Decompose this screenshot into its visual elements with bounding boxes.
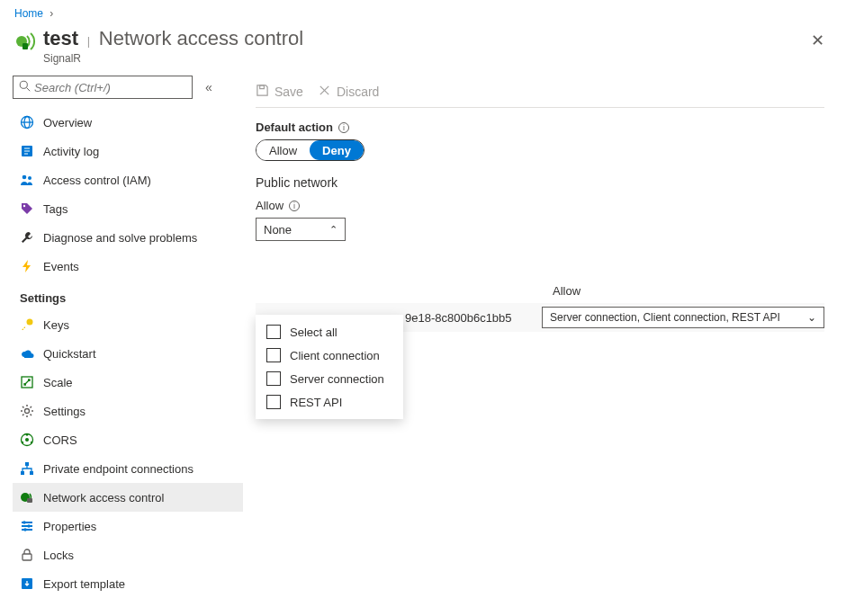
- nav-label: Export template: [43, 577, 125, 591]
- gear-icon: [20, 404, 34, 418]
- dropdown-option-client-connection[interactable]: Client connection: [256, 344, 403, 367]
- svg-point-30: [22, 521, 26, 524]
- toolbar: Save Discard: [256, 76, 824, 108]
- people-icon: [20, 173, 34, 187]
- nav-item-access-control-iam-[interactable]: Access control (IAM): [13, 165, 243, 194]
- info-icon[interactable]: i: [338, 122, 349, 133]
- default-action-toggle[interactable]: Allow Deny: [256, 139, 364, 161]
- nav-label: Private endpoint connections: [43, 462, 194, 476]
- svg-point-18: [25, 438, 29, 442]
- breadcrumb-home[interactable]: Home: [14, 7, 43, 20]
- log-icon: [20, 144, 34, 158]
- chevron-up-icon: ⌃: [329, 224, 338, 236]
- nav-item-locks[interactable]: Locks: [13, 540, 243, 569]
- nav-item-private-endpoint-connections[interactable]: Private endpoint connections: [13, 454, 243, 483]
- nav-label: CORS: [43, 433, 77, 447]
- nav-label: Quickstart: [43, 347, 96, 361]
- nav-label: Scale: [43, 376, 73, 389]
- dropdown-option-rest-api[interactable]: REST API: [256, 390, 403, 414]
- props-icon: [20, 519, 34, 533]
- dropdown-option-select-all[interactable]: Select all: [256, 320, 403, 344]
- svg-point-11: [22, 175, 27, 180]
- bolt-icon: [20, 259, 34, 273]
- svg-point-14: [27, 319, 33, 326]
- nav-label: Settings: [43, 405, 86, 418]
- nav-label: Overview: [43, 116, 92, 129]
- option-label: Server connection: [290, 372, 384, 386]
- nav-item-quickstart[interactable]: Quickstart: [13, 339, 243, 368]
- nav-item-keys[interactable]: Keys: [13, 310, 243, 339]
- breadcrumb: Home ›: [0, 0, 846, 23]
- svg-rect-24: [30, 471, 33, 475]
- allow-dropdown[interactable]: None ⌃: [256, 218, 346, 241]
- netlock-icon: [20, 490, 34, 504]
- globe-icon: [20, 115, 34, 129]
- nav-item-events[interactable]: Events: [13, 252, 243, 281]
- info-icon[interactable]: i: [289, 201, 300, 211]
- svg-point-20: [31, 442, 32, 443]
- nav-item-diagnose-and-solve-problems[interactable]: Diagnose and solve problems: [13, 223, 243, 252]
- key-icon: [20, 317, 34, 332]
- option-label: REST API: [290, 396, 342, 409]
- nav-item-export-template[interactable]: Export template: [13, 569, 243, 598]
- option-label: Client connection: [290, 349, 380, 362]
- save-icon: [256, 84, 269, 100]
- nav-item-settings[interactable]: Settings: [13, 397, 243, 425]
- nav-item-activity-log[interactable]: Activity log: [13, 137, 243, 165]
- svg-point-16: [25, 409, 30, 414]
- option-label: Select all: [290, 326, 338, 339]
- svg-rect-1: [22, 43, 28, 49]
- nav-item-overview[interactable]: Overview: [13, 108, 243, 137]
- dropdown-option-server-connection[interactable]: Server connection: [256, 367, 403, 390]
- nav-label: Keys: [43, 318, 69, 332]
- close-button[interactable]: ✕: [804, 27, 832, 54]
- export-icon: [20, 576, 34, 591]
- toggle-deny[interactable]: Deny: [310, 140, 364, 160]
- page-header: test | Network access control SignalR ✕: [0, 23, 846, 72]
- toggle-allow[interactable]: Allow: [256, 140, 310, 160]
- nav-label: Activity log: [43, 145, 99, 158]
- chevron-down-icon: ⌄: [807, 311, 816, 324]
- svg-point-12: [28, 176, 32, 180]
- search-icon: [19, 80, 31, 94]
- svg-point-13: [23, 205, 25, 207]
- svg-point-31: [27, 524, 31, 528]
- svg-point-21: [22, 442, 23, 443]
- svg-point-2: [20, 81, 27, 88]
- discard-button[interactable]: Discard: [318, 84, 379, 100]
- save-button[interactable]: Save: [256, 84, 303, 100]
- page-title: Network access control: [99, 27, 303, 49]
- svg-point-19: [26, 433, 28, 435]
- svg-rect-33: [22, 554, 32, 560]
- checkbox-icon: [266, 395, 281, 409]
- discard-icon: [318, 84, 331, 100]
- search-input-wrapper[interactable]: [13, 76, 193, 99]
- row-allow-dropdown[interactable]: Server connection, Client connection, RE…: [542, 307, 824, 328]
- search-input[interactable]: [34, 81, 186, 94]
- nav-item-properties[interactable]: Properties: [13, 512, 243, 540]
- nav-label: Properties: [43, 520, 96, 533]
- checkbox-icon: [266, 371, 281, 386]
- nav-label: Access control (IAM): [43, 174, 151, 187]
- sidebar: « OverviewActivity logAccess control (IA…: [0, 72, 243, 616]
- collapse-sidebar-button[interactable]: «: [205, 80, 212, 94]
- nav-item-scale[interactable]: Scale: [13, 368, 243, 397]
- default-action-label: Default action: [256, 121, 333, 134]
- column-header-allow: Allow: [553, 284, 580, 298]
- allow-label: Allow: [256, 199, 284, 212]
- section-settings-label: Settings: [13, 281, 243, 310]
- cloud-icon: [20, 346, 34, 361]
- signalr-icon: [14, 31, 36, 52]
- nav-item-cors[interactable]: CORS: [13, 425, 243, 454]
- lock-icon: [20, 548, 34, 562]
- cors-icon: [20, 433, 34, 447]
- nav-item-tags[interactable]: Tags: [13, 194, 243, 223]
- svg-rect-22: [25, 462, 29, 466]
- tag-icon: [20, 201, 34, 216]
- svg-point-32: [23, 528, 27, 531]
- svg-rect-26: [27, 498, 32, 503]
- svg-line-3: [27, 88, 31, 92]
- nav-item-network-access-control[interactable]: Network access control: [13, 483, 243, 512]
- nav-label: Locks: [43, 549, 74, 562]
- wrench-icon: [20, 230, 34, 245]
